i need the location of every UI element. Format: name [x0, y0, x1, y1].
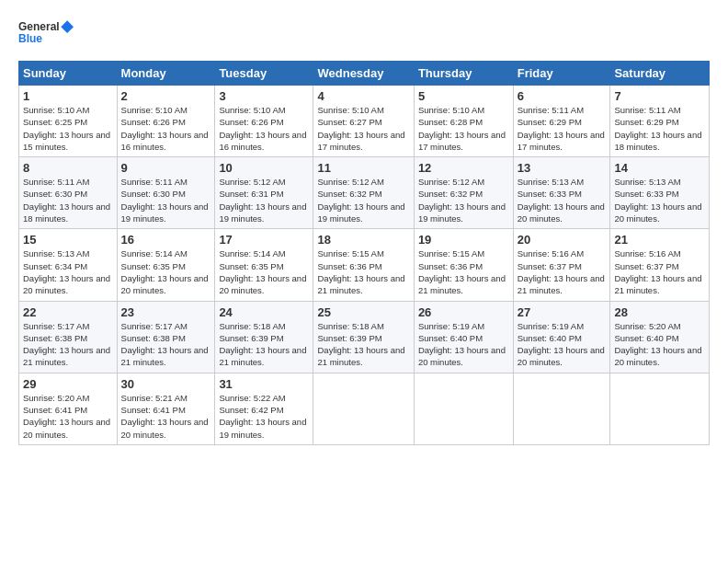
daylight-label: Daylight: 13 hours and 20 minutes. — [518, 345, 605, 367]
sunset-label: Sunset: 6:37 PM — [518, 261, 582, 271]
sunrise-label: Sunrise: 5:10 AM — [219, 105, 285, 115]
daylight-label: Daylight: 13 hours and 19 minutes. — [219, 417, 306, 439]
sunset-label: Sunset: 6:30 PM — [121, 189, 186, 199]
calendar-cell: 13 Sunrise: 5:13 AM Sunset: 6:33 PM Dayl… — [513, 157, 610, 229]
calendar-cell: 16 Sunrise: 5:14 AM Sunset: 6:35 PM Dayl… — [117, 229, 215, 301]
daylight-label: Daylight: 13 hours and 19 minutes. — [219, 201, 306, 224]
weekday-header-monday: Monday — [117, 62, 215, 86]
daylight-label: Daylight: 13 hours and 20 minutes. — [23, 273, 110, 295]
calendar-cell: 25 Sunrise: 5:18 AM Sunset: 6:39 PM Dayl… — [313, 301, 414, 373]
calendar-cell — [513, 373, 610, 444]
svg-text:Blue: Blue — [18, 32, 42, 45]
calendar-cell: 29 Sunrise: 5:20 AM Sunset: 6:41 PM Dayl… — [19, 373, 118, 444]
day-number: 5 — [418, 89, 509, 103]
sunset-label: Sunset: 6:38 PM — [23, 333, 87, 343]
day-info: Sunrise: 5:13 AM Sunset: 6:33 PM Dayligh… — [518, 176, 607, 224]
calendar-cell: 30 Sunrise: 5:21 AM Sunset: 6:41 PM Dayl… — [117, 373, 215, 444]
daylight-label: Daylight: 13 hours and 20 minutes. — [121, 417, 209, 439]
day-info: Sunrise: 5:11 AM Sunset: 6:29 PM Dayligh… — [518, 104, 607, 153]
day-info: Sunrise: 5:12 AM Sunset: 6:32 PM Dayligh… — [317, 176, 409, 224]
day-number: 21 — [614, 233, 705, 247]
daylight-label: Daylight: 13 hours and 17 minutes. — [518, 130, 605, 152]
calendar-cell: 28 Sunrise: 5:20 AM Sunset: 6:40 PM Dayl… — [610, 301, 710, 373]
day-number: 9 — [121, 161, 211, 175]
weekday-header-friday: Friday — [513, 62, 610, 86]
sunset-label: Sunset: 6:40 PM — [418, 333, 483, 343]
calendar-cell: 9 Sunrise: 5:11 AM Sunset: 6:30 PM Dayli… — [117, 157, 215, 229]
day-number: 28 — [614, 305, 705, 319]
calendar-cell: 6 Sunrise: 5:11 AM Sunset: 6:29 PM Dayli… — [513, 86, 610, 157]
sunrise-label: Sunrise: 5:21 AM — [121, 393, 188, 403]
day-info: Sunrise: 5:20 AM Sunset: 6:41 PM Dayligh… — [23, 392, 113, 441]
sunrise-label: Sunrise: 5:16 AM — [518, 248, 584, 259]
sunset-label: Sunset: 6:35 PM — [219, 261, 283, 271]
sunset-label: Sunset: 6:29 PM — [614, 117, 678, 127]
day-number: 16 — [121, 233, 211, 247]
sunset-label: Sunset: 6:36 PM — [317, 261, 381, 271]
day-info: Sunrise: 5:10 AM Sunset: 6:28 PM Dayligh… — [418, 104, 509, 153]
sunset-label: Sunset: 6:30 PM — [23, 189, 87, 199]
calendar-cell: 1 Sunrise: 5:10 AM Sunset: 6:25 PM Dayli… — [19, 86, 118, 157]
sunset-label: Sunset: 6:37 PM — [614, 261, 678, 271]
day-info: Sunrise: 5:16 AM Sunset: 6:37 PM Dayligh… — [518, 247, 607, 296]
calendar-cell — [313, 373, 414, 444]
sunset-label: Sunset: 6:41 PM — [121, 405, 186, 415]
day-number: 29 — [23, 377, 113, 391]
day-info: Sunrise: 5:10 AM Sunset: 6:27 PM Dayligh… — [317, 104, 409, 153]
sunrise-label: Sunrise: 5:20 AM — [23, 393, 89, 403]
daylight-label: Daylight: 13 hours and 21 minutes. — [317, 273, 404, 295]
sunset-label: Sunset: 6:42 PM — [219, 405, 283, 415]
calendar-body: 1 Sunrise: 5:10 AM Sunset: 6:25 PM Dayli… — [19, 86, 710, 445]
calendar-cell: 27 Sunrise: 5:19 AM Sunset: 6:40 PM Dayl… — [513, 301, 610, 373]
sunset-label: Sunset: 6:28 PM — [418, 117, 483, 127]
sunrise-label: Sunrise: 5:10 AM — [23, 105, 89, 115]
day-info: Sunrise: 5:11 AM Sunset: 6:30 PM Dayligh… — [23, 176, 113, 224]
sunrise-label: Sunrise: 5:20 AM — [614, 321, 680, 331]
header: General Blue — [18, 15, 710, 52]
sunset-label: Sunset: 6:26 PM — [121, 117, 186, 127]
day-number: 26 — [418, 305, 509, 319]
day-number: 24 — [219, 305, 309, 319]
day-info: Sunrise: 5:13 AM Sunset: 6:34 PM Dayligh… — [23, 247, 113, 296]
calendar: SundayMondayTuesdayWednesdayThursdayFrid… — [18, 61, 710, 445]
day-info: Sunrise: 5:10 AM Sunset: 6:25 PM Dayligh… — [23, 104, 113, 153]
weekday-header-sunday: Sunday — [19, 62, 118, 86]
sunrise-label: Sunrise: 5:19 AM — [518, 321, 584, 331]
sunrise-label: Sunrise: 5:14 AM — [121, 248, 188, 259]
sunrise-label: Sunrise: 5:16 AM — [614, 248, 680, 259]
day-info: Sunrise: 5:15 AM Sunset: 6:36 PM Dayligh… — [317, 247, 409, 296]
logo: General Blue — [18, 15, 74, 52]
calendar-cell: 10 Sunrise: 5:12 AM Sunset: 6:31 PM Dayl… — [215, 157, 313, 229]
calendar-cell: 8 Sunrise: 5:11 AM Sunset: 6:30 PM Dayli… — [19, 157, 118, 229]
day-number: 7 — [614, 89, 705, 103]
day-number: 15 — [23, 233, 113, 247]
daylight-label: Daylight: 13 hours and 19 minutes. — [121, 201, 209, 224]
day-info: Sunrise: 5:20 AM Sunset: 6:40 PM Dayligh… — [614, 320, 705, 369]
daylight-label: Daylight: 13 hours and 17 minutes. — [317, 130, 404, 152]
day-number: 19 — [418, 233, 509, 247]
sunrise-label: Sunrise: 5:13 AM — [614, 177, 680, 187]
sunset-label: Sunset: 6:34 PM — [23, 261, 87, 271]
day-number: 14 — [614, 161, 705, 175]
logo-icon: General Blue — [18, 15, 74, 52]
sunrise-label: Sunrise: 5:10 AM — [121, 105, 188, 115]
daylight-label: Daylight: 13 hours and 16 minutes. — [219, 130, 306, 152]
day-info: Sunrise: 5:17 AM Sunset: 6:38 PM Dayligh… — [23, 320, 113, 369]
day-info: Sunrise: 5:16 AM Sunset: 6:37 PM Dayligh… — [614, 247, 705, 296]
daylight-label: Daylight: 13 hours and 18 minutes. — [23, 201, 110, 224]
svg-marker-2 — [61, 20, 74, 33]
day-info: Sunrise: 5:18 AM Sunset: 6:39 PM Dayligh… — [317, 320, 409, 369]
page: General Blue SundayMondayTuesdayWednesda… — [0, 0, 728, 563]
sunrise-label: Sunrise: 5:12 AM — [317, 177, 383, 187]
daylight-label: Daylight: 13 hours and 21 minutes. — [418, 273, 506, 295]
daylight-label: Daylight: 13 hours and 20 minutes. — [23, 417, 110, 439]
day-info: Sunrise: 5:21 AM Sunset: 6:41 PM Dayligh… — [121, 392, 211, 441]
calendar-week-3: 15 Sunrise: 5:13 AM Sunset: 6:34 PM Dayl… — [19, 229, 710, 301]
sunset-label: Sunset: 6:40 PM — [518, 333, 582, 343]
day-info: Sunrise: 5:19 AM Sunset: 6:40 PM Dayligh… — [418, 320, 509, 369]
day-info: Sunrise: 5:11 AM Sunset: 6:29 PM Dayligh… — [614, 104, 705, 153]
daylight-label: Daylight: 13 hours and 20 minutes. — [121, 273, 209, 295]
calendar-cell — [610, 373, 710, 444]
calendar-cell: 17 Sunrise: 5:14 AM Sunset: 6:35 PM Dayl… — [215, 229, 313, 301]
sunrise-label: Sunrise: 5:11 AM — [518, 105, 584, 115]
